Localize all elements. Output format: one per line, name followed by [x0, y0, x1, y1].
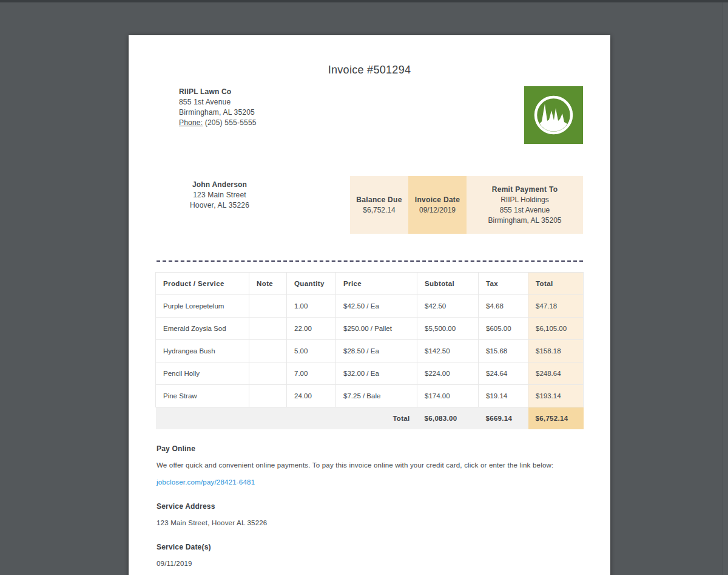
cell-tax: $605.00 [479, 318, 528, 340]
cell-quantity: 5.00 [287, 340, 336, 362]
line-items-table: Product / Service Note Quantity Price Su… [155, 272, 584, 429]
remit-name: RIIPL Holdings [467, 195, 583, 205]
scrollbar-track[interactable] [723, 2, 728, 575]
service-dates-value: 09/11/2019 [157, 560, 192, 567]
cell-total: $248.64 [528, 362, 584, 385]
balance-due-value: $6,752.14 [350, 205, 408, 216]
cell-quantity: 7.00 [287, 362, 336, 385]
company-address-line2: Birmingham, AL 35205 [179, 107, 257, 118]
cell-quantity: 22.00 [287, 318, 336, 340]
pay-online-link[interactable]: jobcloser.com/pay/28421-6481 [157, 478, 255, 486]
pay-online-text: We offer quick and convenient online pay… [157, 461, 581, 469]
page-title: Invoice #501294 [129, 64, 610, 77]
cell-total: $6,105.00 [528, 318, 584, 340]
service-address-value: 123 Main Street, Hoover AL 35226 [157, 519, 267, 526]
service-dates-heading: Service Date(s) [157, 543, 211, 551]
table-totals-row: Total $6,083.00 $669.14 $6,752.14 [156, 407, 584, 430]
cell-product: Pine Straw [156, 385, 249, 407]
cell-note [249, 295, 287, 318]
table-row: Purple Lorepetelum 1.00 $42.50 / Ea $42.… [156, 295, 584, 318]
phone-label: Phone: [179, 118, 203, 127]
cell-price: $250.00 / Pallet [336, 318, 417, 340]
col-header-tax: Tax [479, 273, 528, 295]
cell-total: $158.18 [528, 340, 584, 362]
customer-name: John Anderson [165, 180, 274, 190]
cell-product: Emerald Zoysia Sod [156, 318, 249, 340]
cell-product: Hydrangea Bush [156, 340, 249, 362]
customer-address-block: John Anderson 123 Main Street Hoover, AL… [165, 180, 274, 211]
remit-payment-box: Remit Payment To RIIPL Holdings 855 1st … [467, 176, 583, 234]
pay-online-heading: Pay Online [157, 444, 195, 453]
col-header-price: Price [336, 273, 417, 295]
col-header-note: Note [249, 273, 287, 295]
col-header-total: Total [528, 273, 584, 295]
customer-address-line2: Hoover, AL 35226 [165, 200, 274, 211]
company-name: RIIPL Lawn Co [179, 87, 257, 97]
cell-product: Pencil Holly [156, 362, 249, 385]
remit-address-line2: Birmingham, AL 35205 [467, 216, 583, 226]
balance-due-box: Balance Due $6,752.14 [350, 176, 408, 234]
cell-note [249, 340, 287, 362]
invoice-page: Invoice #501294 RIIPL Lawn Co 855 1st Av… [129, 35, 610, 575]
totals-subtotal: $6,083.00 [417, 407, 479, 430]
cell-quantity: 1.00 [287, 295, 336, 318]
company-address-block: RIIPL Lawn Co 855 1st Avenue Birmingham,… [179, 87, 257, 128]
cell-tax: $15.68 [479, 340, 528, 362]
col-header-quantity: Quantity [287, 273, 336, 295]
lawn-company-logo [524, 86, 583, 144]
cell-subtotal: $42.50 [417, 295, 479, 318]
col-header-product: Product / Service [156, 273, 249, 295]
cell-tax: $4.68 [479, 295, 528, 318]
cell-price: $42.50 / Ea [336, 295, 417, 318]
cell-subtotal: $5,500.00 [417, 318, 479, 340]
invoice-date-value: 09/12/2019 [408, 205, 467, 216]
cell-price: $28.50 / Ea [336, 340, 417, 362]
cell-total: $47.18 [528, 295, 584, 318]
cell-quantity: 24.00 [287, 385, 336, 407]
totals-label: Total [156, 407, 417, 430]
cell-subtotal: $174.00 [417, 385, 479, 407]
balance-due-label: Balance Due [350, 195, 408, 205]
phone-number: (205) 555-5555 [205, 118, 257, 127]
table-row: Pencil Holly 7.00 $32.00 / Ea $224.00 $2… [156, 362, 584, 385]
cell-note [249, 318, 287, 340]
table-row: Emerald Zoysia Sod 22.00 $250.00 / Palle… [156, 318, 584, 340]
cell-note [249, 362, 287, 385]
viewer-background: Invoice #501294 RIIPL Lawn Co 855 1st Av… [0, 0, 728, 575]
service-address-heading: Service Address [157, 502, 215, 511]
table-row: Hydrangea Bush 5.00 $28.50 / Ea $142.50 … [156, 340, 584, 362]
remit-label: Remit Payment To [467, 185, 583, 195]
remit-address-line1: 855 1st Avenue [467, 205, 583, 216]
cell-price: $32.00 / Ea [336, 362, 417, 385]
totals-tax: $669.14 [479, 407, 528, 430]
cell-total: $193.14 [528, 385, 584, 407]
company-address-line1: 855 1st Avenue [179, 97, 257, 107]
dotted-separator [157, 260, 583, 262]
invoice-date-box: Invoice Date 09/12/2019 [408, 176, 467, 234]
cell-tax: $24.64 [479, 362, 528, 385]
table-row: Pine Straw 24.00 $7.25 / Bale $174.00 $1… [156, 385, 584, 407]
company-phone-line: Phone: (205) 555-5555 [179, 118, 257, 128]
cell-price: $7.25 / Bale [336, 385, 417, 407]
lawn-grass-icon [524, 86, 583, 144]
viewer-top-strip [0, 0, 728, 2]
cell-note [249, 385, 287, 407]
customer-address-line1: 123 Main Street [165, 190, 274, 200]
table-header-row: Product / Service Note Quantity Price Su… [156, 273, 584, 295]
col-header-subtotal: Subtotal [417, 273, 479, 295]
invoice-date-label: Invoice Date [408, 195, 467, 205]
cell-subtotal: $224.00 [417, 362, 479, 385]
totals-grand-total: $6,752.14 [528, 407, 584, 430]
cell-product: Purple Lorepetelum [156, 295, 249, 318]
invoice-summary-row: Balance Due $6,752.14 Invoice Date 09/12… [350, 176, 583, 234]
cell-tax: $19.14 [479, 385, 528, 407]
cell-subtotal: $142.50 [417, 340, 479, 362]
